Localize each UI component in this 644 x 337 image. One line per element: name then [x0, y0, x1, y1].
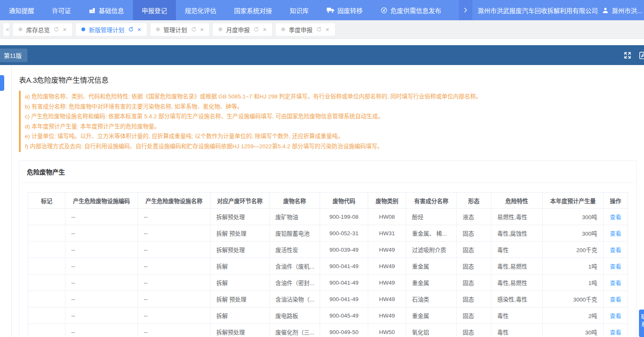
- nav-item-9[interactable]: 账号管理: [450, 0, 459, 20]
- user-name: 滁州市洪...: [612, 6, 642, 15]
- table-cell-action: 查看: [604, 242, 628, 258]
- close-icon[interactable]: ×: [137, 26, 141, 33]
- gap-strip: [0, 39, 644, 45]
- table-cell-action: 查看: [604, 291, 628, 307]
- tab-bar: × 库存总览×新版管理计划×管理计划×月度申报×季度申报×: [0, 20, 644, 39]
- tab-status-dot: [19, 27, 22, 31]
- close-icon[interactable]: ×: [63, 26, 67, 33]
- tab-1[interactable]: 新版管理计划×: [76, 23, 147, 36]
- table-cell: 拆解预处理: [210, 242, 269, 258]
- close-icon[interactable]: ×: [326, 26, 329, 33]
- refresh-icon[interactable]: [316, 27, 322, 32]
- nav-item-2[interactable]: 基础信息: [80, 0, 133, 20]
- nav-item-3[interactable]: 申报登记: [133, 0, 176, 20]
- table-cell: 900-199-08: [320, 209, 368, 225]
- nav-item-0[interactable]: 通知提醒: [0, 0, 43, 20]
- nav-item-4[interactable]: 规范化评估: [176, 0, 225, 20]
- table-cell: --: [65, 291, 138, 307]
- close-icon[interactable]: ×: [6, 26, 9, 33]
- tab-3[interactable]: 月度申报×: [213, 23, 272, 36]
- tab-4[interactable]: 季度申报×: [276, 23, 335, 36]
- table-cell: 废催化剂（三...: [269, 324, 320, 337]
- side-drawer-handle[interactable]: [0, 75, 4, 91]
- table-cell: --: [65, 274, 138, 291]
- close-icon[interactable]: ×: [263, 26, 267, 33]
- table-cell-action: 查看: [604, 324, 628, 337]
- table-cell: 重金属、 稀...: [406, 225, 457, 242]
- view-link[interactable]: 查看: [610, 247, 621, 253]
- note-line-0: a) 危险废物名称、类别、代码和危险特性: 依据《国家危险废物名录》或根据 GB…: [25, 92, 637, 102]
- table-cell: 900-041-49: [320, 291, 368, 307]
- table-cell: 含油件（废机...: [269, 258, 320, 274]
- view-link[interactable]: 查看: [610, 280, 621, 286]
- view-link[interactable]: 查看: [610, 313, 621, 319]
- nav-item-8[interactable]: 危废供需信息发布: [372, 0, 450, 20]
- nav-item-7[interactable]: 固废转移: [318, 0, 372, 20]
- refresh-icon[interactable]: [54, 27, 59, 32]
- table-cell: 毒性: [491, 324, 543, 337]
- note-line-3: d) 本年度预计产生量: 本年度预计产生的危险废物量。: [25, 122, 637, 132]
- table-cell: 液态: [457, 209, 491, 225]
- table-cell: --: [138, 291, 210, 307]
- table-cell: --: [138, 274, 210, 291]
- nav-item-1[interactable]: 许可证: [43, 0, 80, 20]
- refresh-icon[interactable]: [128, 27, 134, 32]
- tab-0[interactable]: 库存总览×: [13, 23, 72, 36]
- table-cell: 废矿物油: [269, 209, 320, 225]
- table-row: ----拆解预处理废催化剂（三...900-049-50HW50氧化铝固态毒性3…: [28, 324, 628, 337]
- table-cell: 900-049-50: [320, 324, 368, 337]
- column-header: 废物名称: [269, 193, 320, 209]
- table-cell: 过滤吸附介质: [406, 242, 457, 258]
- fullscreen-icon[interactable]: [623, 51, 632, 60]
- edit-icon[interactable]: [639, 51, 644, 60]
- column-header: 危险特性: [491, 193, 543, 209]
- table-cell: HW50: [368, 324, 406, 337]
- contact-service-button[interactable]: 联系客服: [639, 310, 644, 337]
- nav-item-label: 国家系统对接: [234, 6, 272, 15]
- table-row: ----拆解废电路板900-045-49HW49重金属固态毒性2吨查看: [28, 307, 628, 324]
- table-cell: HW08: [368, 209, 406, 225]
- clipped-tab[interactable]: ×: [3, 23, 9, 36]
- column-header: 形态: [457, 193, 491, 209]
- column-header: 本年度预计产生量: [543, 193, 604, 209]
- table-cell: --: [65, 324, 138, 337]
- table-cell: [28, 307, 65, 324]
- table-cell: 废活性炭: [269, 242, 320, 258]
- nav-items: 通知提醒许可证基础信息申报登记规范化评估国家系统对接知识库固废转移危废供需信息发…: [0, 0, 459, 20]
- view-link[interactable]: 查看: [610, 231, 621, 237]
- close-icon[interactable]: ×: [200, 26, 204, 33]
- tab-2[interactable]: 管理计划×: [151, 23, 210, 36]
- view-link[interactable]: 查看: [610, 264, 621, 270]
- breadcrumb-chevron[interactable]: [459, 0, 472, 20]
- view-link[interactable]: 查看: [610, 214, 621, 220]
- company-name: 滁州市洪武报废汽车回收拆解利用有限公司: [472, 6, 602, 15]
- nav-item-5[interactable]: 国家系统对接: [225, 0, 281, 20]
- table-cell: 固态: [457, 324, 491, 337]
- top-navbar: 通知提醒许可证基础信息申报登记规范化评估国家系统对接知识库固废转移危废供需信息发…: [0, 0, 644, 20]
- table-cell: --: [138, 258, 210, 274]
- left-rail-divider: [11, 65, 12, 337]
- view-link[interactable]: 查看: [610, 296, 621, 303]
- table-cell: 废铅酸蓄电池: [269, 225, 320, 242]
- table-cell: 重金属: [406, 258, 457, 274]
- refresh-icon[interactable]: [191, 27, 197, 32]
- tab-status-dot: [218, 27, 222, 31]
- table-cell: --: [138, 209, 210, 225]
- nav-item-6[interactable]: 知识库: [281, 0, 318, 20]
- table-cell: --: [65, 258, 138, 274]
- column-header: 对应产废环节名称: [210, 193, 269, 209]
- tab-status-dot: [156, 27, 160, 31]
- table-cell: HW49: [368, 258, 406, 274]
- column-header: 废物代码: [320, 193, 368, 209]
- note-line-2: c) 产生危险废物设施名称和编码: 依据本标准第 5.4.2 部分填写的生产设施…: [25, 111, 637, 122]
- table-cell: 固态: [457, 242, 491, 258]
- version-chip[interactable]: 第11版: [0, 49, 27, 62]
- table-cell: HW49: [368, 274, 406, 291]
- table-cell-action: 查看: [604, 209, 628, 225]
- refresh-icon[interactable]: [253, 27, 259, 32]
- tab-status-dot: [281, 27, 285, 31]
- table-cell: --: [65, 209, 138, 225]
- view-link[interactable]: 查看: [610, 329, 621, 336]
- page-title: 表A.3危险废物产生情况信息: [19, 74, 637, 85]
- user-account[interactable]: 滁州市洪...: [602, 6, 644, 15]
